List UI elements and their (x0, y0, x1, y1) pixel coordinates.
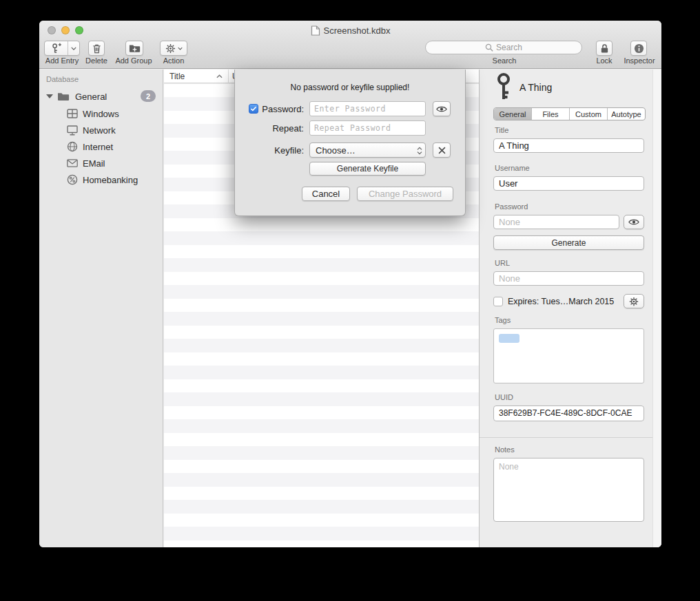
inspector-scrollbar[interactable] (652, 70, 661, 547)
url-label: URL (495, 259, 510, 267)
sort-ascending-icon (216, 74, 223, 78)
envelope-icon (67, 159, 78, 167)
app-window: Screenshot.kdbx Add Entry Delete Add Gro… (39, 21, 661, 547)
eye-icon (628, 218, 639, 226)
group-badge: 2 (141, 90, 156, 102)
change-password-sheet: No password or keyfile supplied! Passwor… (234, 70, 466, 216)
uuid-field[interactable]: 38F629B7-FC4E-489C-8DCF-0CAE (493, 405, 644, 421)
popup-stepper-icon (417, 147, 422, 155)
tab-general[interactable]: General (494, 108, 531, 120)
eye-icon (436, 105, 447, 113)
generate-password-button[interactable]: Generate (493, 235, 644, 250)
add-group-label: Add Group (112, 56, 156, 65)
sidebar-item-network[interactable]: Network (39, 123, 163, 138)
sidebar-item-internet[interactable]: Internet (39, 139, 163, 154)
lock-label: Lock (589, 56, 619, 65)
url-field[interactable] (493, 271, 644, 286)
info-icon (634, 43, 644, 54)
add-entry-label: Add Entry (39, 56, 85, 65)
document-icon (311, 25, 320, 36)
password-label: Password: (261, 104, 304, 114)
inspector-panel: A Thing General Files Custom Autotype Ti… (479, 70, 661, 547)
disclosure-triangle-icon[interactable] (46, 94, 53, 98)
search-icon (485, 43, 493, 52)
username-label: Username (495, 164, 530, 172)
add-entry-button[interactable] (44, 41, 80, 56)
username-field[interactable] (493, 176, 644, 191)
gear-icon (165, 43, 176, 54)
search-label: Search (460, 56, 549, 65)
column-header-title[interactable]: Title (169, 72, 185, 81)
repeat-password-input[interactable] (309, 120, 426, 136)
add-group-button[interactable] (125, 41, 143, 56)
window-chrome: Screenshot.kdbx Add Entry Delete Add Gro… (39, 21, 661, 69)
sidebar-item-email[interactable]: EMail (39, 156, 163, 171)
key-plus-icon (50, 43, 62, 54)
repeat-label: Repeat: (261, 123, 304, 134)
generate-keyfile-button[interactable]: Generate Keyfile (309, 162, 426, 176)
sidebar-item-windows[interactable]: Windows (39, 106, 163, 121)
entry-title: A Thing (519, 82, 552, 93)
gear-icon (629, 297, 639, 306)
title-label: Title (495, 126, 508, 134)
expires-settings-button[interactable] (624, 294, 644, 308)
tab-custom[interactable]: Custom (569, 108, 607, 120)
tab-files[interactable]: Files (531, 108, 569, 120)
sidebar-item-label: Internet (83, 142, 113, 152)
lock-button[interactable] (596, 41, 612, 56)
sidebar-section-header: Database (46, 75, 79, 83)
password-field[interactable] (493, 215, 619, 229)
network-icon (67, 125, 78, 136)
coin-icon (67, 174, 78, 185)
tag-token[interactable] (499, 334, 519, 343)
windows-icon (67, 109, 78, 118)
password-checkbox[interactable] (249, 104, 258, 114)
title-field[interactable] (493, 138, 644, 153)
window-title: Screenshot.kdbx (324, 25, 391, 36)
search-placeholder: Search (496, 43, 522, 52)
delete-button[interactable] (88, 41, 105, 56)
trash-icon (92, 43, 102, 54)
sheet-message: No password or keyfile supplied! (235, 83, 465, 92)
key-icon (495, 72, 513, 101)
show-password-button[interactable] (624, 215, 644, 229)
add-entry-dropdown[interactable] (68, 41, 79, 55)
clear-keyfile-button[interactable] (433, 143, 451, 158)
password-input[interactable] (309, 101, 426, 116)
chevron-down-icon (71, 47, 76, 50)
sidebar: Database General 2 Windows Network Inter… (39, 70, 163, 547)
close-icon (438, 147, 446, 154)
column-resize-handle[interactable] (228, 70, 229, 83)
keyfile-label: Keyfile: (261, 145, 304, 156)
divider (480, 437, 661, 438)
change-password-button[interactable]: Change Password (357, 187, 453, 201)
inspector-button[interactable] (630, 41, 647, 56)
chevron-down-icon (178, 47, 183, 50)
tags-field[interactable] (493, 328, 644, 383)
action-button[interactable] (160, 41, 187, 56)
inspector-label: Inspector (617, 56, 661, 65)
expires-checkbox[interactable] (493, 297, 503, 306)
keyfile-popup-value: Choose… (316, 145, 356, 156)
window-title-area: Screenshot.kdbx (39, 25, 661, 36)
password-label: Password (495, 202, 528, 211)
action-label: Action (155, 56, 192, 65)
show-password-button[interactable] (433, 101, 451, 116)
tab-autotype[interactable]: Autotype (607, 108, 645, 120)
keyfile-popup[interactable]: Choose… (309, 143, 426, 158)
sidebar-item-label: Network (83, 125, 116, 136)
tags-label: Tags (495, 316, 511, 324)
sidebar-item-general[interactable]: General 2 (39, 89, 163, 104)
check-icon (250, 106, 257, 112)
sidebar-item-label: EMail (83, 158, 105, 169)
folder-plus-icon (129, 43, 141, 53)
sidebar-item-label: Homebanking (83, 175, 138, 185)
inspector-tabs: General Files Custom Autotype (493, 107, 646, 120)
cancel-button[interactable]: Cancel (302, 187, 350, 201)
search-input[interactable]: Search (425, 41, 582, 54)
expires-label: Expires: Tues…March 2015 (508, 297, 614, 306)
globe-icon (67, 141, 78, 152)
notes-field[interactable] (493, 458, 644, 522)
lock-icon (600, 43, 609, 54)
sidebar-item-homebanking[interactable]: Homebanking (39, 172, 163, 187)
